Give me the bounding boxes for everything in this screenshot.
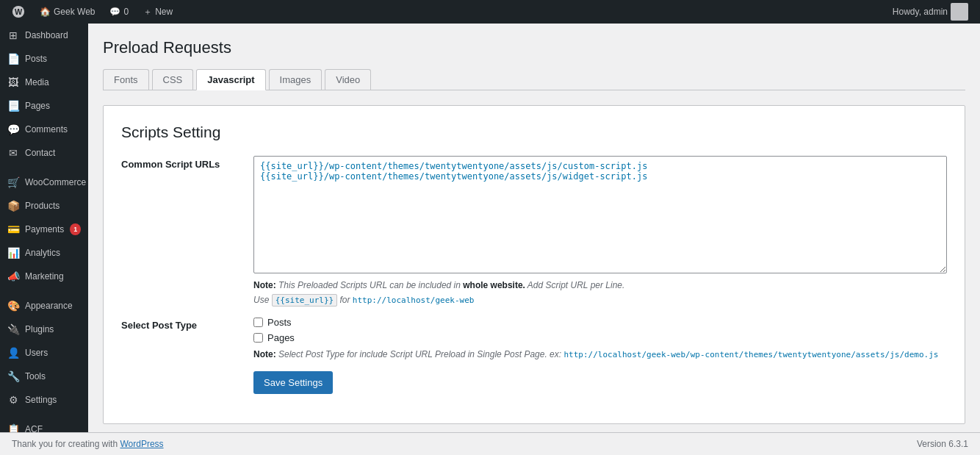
posts-checkbox[interactable]	[253, 318, 263, 327]
sidebar-label-marketing: Marketing	[25, 271, 64, 282]
sidebar-label-users: Users	[25, 348, 48, 358]
sidebar-item-contact[interactable]: ✉ Contact	[0, 141, 88, 165]
plus-icon: ＋	[143, 6, 152, 18]
new-label: New	[155, 7, 173, 17]
note3: Note: Select Post Type for include Scrip…	[253, 349, 947, 359]
sidebar-label-woocommerce: WooCommerce	[25, 177, 86, 187]
comments-icon: 💬	[7, 123, 19, 135]
payments-icon: 💳	[7, 223, 19, 235]
save-settings-button[interactable]: Save Settings	[253, 371, 333, 394]
tab-bar: Fonts CSS Javascript Images Video	[103, 69, 965, 90]
sidebar-item-products[interactable]: 📦 Products	[0, 194, 88, 218]
analytics-icon: 📊	[7, 247, 19, 259]
post-type-label: Select Post Type	[121, 317, 239, 331]
page-title: Preload Requests	[103, 38, 965, 57]
marketing-icon: 📣	[7, 271, 19, 282]
sidebar: ⊞ Dashboard 📄 Posts 🖼 Media 📃 Pages 💬 Co…	[0, 24, 88, 432]
select-post-type-row: Select Post Type Posts Pages Note:	[121, 317, 947, 394]
wordpress-link[interactable]: WordPress	[120, 439, 163, 449]
sidebar-item-woocommerce[interactable]: 🛒 WooCommerce	[0, 171, 88, 194]
sidebar-label-appearance: Appearance	[25, 301, 73, 311]
sidebar-item-analytics[interactable]: 📊 Analytics	[0, 241, 88, 265]
footer-version: Version 6.3.1	[917, 439, 968, 449]
common-script-urls-row: Common Script URLs {{site_url}}/wp-conte…	[121, 156, 947, 305]
pages-icon: 📃	[7, 100, 19, 112]
sidebar-item-media[interactable]: 🖼 Media	[0, 71, 88, 94]
note3-prefix: Note:	[253, 349, 276, 359]
note2: Use {{site_url}} for http://localhost/ge…	[253, 295, 947, 305]
new-button[interactable]: ＋ New	[137, 0, 179, 24]
sidebar-item-acf[interactable]: 📋 ACF	[0, 418, 88, 432]
sidebar-label-posts: Posts	[25, 54, 47, 64]
sidebar-item-comments[interactable]: 💬 Comments	[0, 118, 88, 141]
note1-prefix: Note:	[253, 280, 276, 290]
admin-bar: W 🏠 Geek Web 💬 0 ＋ New Howdy, admin	[0, 0, 980, 24]
pages-checkbox-text: Pages	[267, 332, 295, 343]
users-icon: 👤	[7, 347, 19, 359]
wp-logo-button[interactable]: W	[6, 0, 31, 24]
note3-text: Select Post Type for include Script URL …	[278, 349, 547, 359]
sidebar-item-settings[interactable]: ⚙ Settings	[0, 388, 88, 412]
comments-bar-button[interactable]: 💬 0	[104, 0, 134, 24]
content-area: Preload Requests Fonts CSS Javascript Im…	[88, 24, 980, 432]
sidebar-item-plugins[interactable]: 🔌 Plugins	[0, 318, 88, 341]
sidebar-item-marketing[interactable]: 📣 Marketing	[0, 265, 88, 288]
sidebar-item-pages[interactable]: 📃 Pages	[0, 94, 88, 118]
tab-css[interactable]: CSS	[152, 69, 194, 90]
post-type-control: Posts Pages Note: Select Post Type for i…	[253, 317, 947, 394]
sidebar-item-tools[interactable]: 🔧 Tools	[0, 365, 88, 388]
sidebar-label-acf: ACF	[25, 424, 43, 432]
site-name: Geek Web	[54, 7, 95, 17]
sidebar-label-plugins: Plugins	[25, 324, 54, 334]
dashboard-icon: ⊞	[7, 29, 19, 41]
settings-icon: ⚙	[7, 394, 19, 406]
sidebar-label-pages: Pages	[25, 101, 50, 111]
tab-images[interactable]: Images	[269, 69, 323, 90]
scripts-panel: Scripts Setting Common Script URLs {{sit…	[103, 105, 965, 424]
thank-you-text: Thank you for creating with	[12, 439, 118, 449]
svg-text:W: W	[15, 7, 23, 16]
plugins-icon: 🔌	[7, 323, 19, 335]
appearance-icon: 🎨	[7, 300, 19, 312]
sidebar-label-settings: Settings	[25, 395, 57, 405]
woocommerce-icon: 🛒	[7, 176, 19, 188]
sidebar-item-payments[interactable]: 💳 Payments 1	[0, 218, 88, 241]
tab-fonts[interactable]: Fonts	[103, 69, 149, 90]
checkbox-group: Posts Pages	[253, 317, 947, 343]
sidebar-label-comments: Comments	[25, 124, 68, 135]
script-urls-textarea[interactable]: {{site_url}}/wp-content/themes/twentytwe…	[253, 156, 947, 273]
sidebar-label-payments: Payments	[25, 224, 64, 234]
howdy-button[interactable]: Howdy, admin	[887, 3, 974, 21]
sidebar-label-media: Media	[25, 77, 49, 87]
posts-checkbox-label[interactable]: Posts	[253, 317, 947, 328]
products-icon: 📦	[7, 200, 19, 212]
common-script-control: {{site_url}}/wp-content/themes/twentytwe…	[253, 156, 947, 305]
tools-icon: 🔧	[7, 370, 19, 382]
sidebar-item-posts[interactable]: 📄 Posts	[0, 47, 88, 71]
home-button[interactable]: 🏠 Geek Web	[34, 0, 101, 24]
sidebar-item-appearance[interactable]: 🎨 Appearance	[0, 294, 88, 318]
home-icon: 🏠	[40, 7, 51, 17]
main-layout: ⊞ Dashboard 📄 Posts 🖼 Media 📃 Pages 💬 Co…	[0, 24, 980, 432]
tab-video[interactable]: Video	[325, 69, 371, 90]
sidebar-label-contact: Contact	[25, 148, 55, 158]
footer-text: Thank you for creating with WordPress	[12, 439, 164, 449]
sidebar-label-tools: Tools	[25, 371, 46, 381]
tab-javascript[interactable]: Javascript	[196, 69, 265, 90]
sidebar-label-products: Products	[25, 201, 60, 211]
admin-bar-right: Howdy, admin	[887, 3, 974, 21]
example-url: http://localhost/geek-web/wp-content/the…	[563, 350, 938, 359]
pages-checkbox-label[interactable]: Pages	[253, 332, 947, 343]
site-url-code: {{site_url}}	[272, 294, 337, 307]
pages-checkbox[interactable]	[253, 333, 263, 343]
sidebar-item-users[interactable]: 👤 Users	[0, 341, 88, 365]
section-title: Scripts Setting	[121, 123, 947, 141]
howdy-text: Howdy, admin	[893, 7, 948, 17]
common-script-label: Common Script URLs	[121, 156, 239, 170]
acf-icon: 📋	[7, 423, 19, 432]
comment-count: 0	[123, 7, 129, 17]
sidebar-label-analytics: Analytics	[25, 248, 60, 258]
contact-icon: ✉	[7, 147, 19, 159]
payments-badge: 1	[70, 223, 81, 235]
sidebar-item-dashboard[interactable]: ⊞ Dashboard	[0, 24, 88, 47]
